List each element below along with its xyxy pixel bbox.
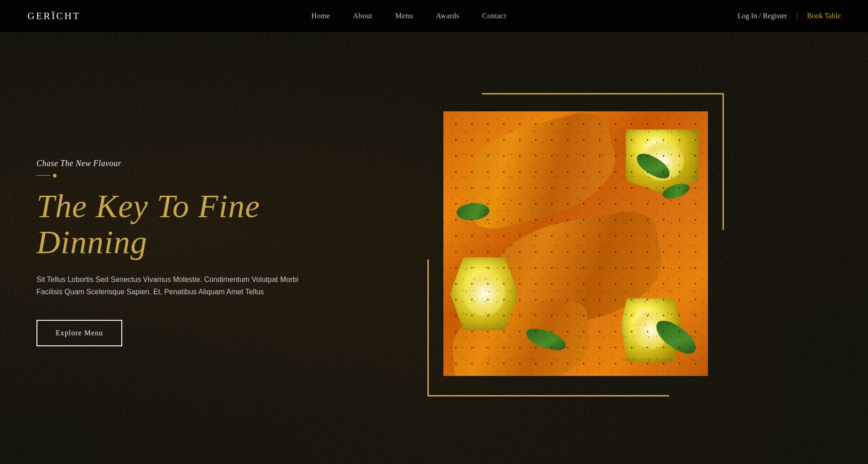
food-image-wrapper <box>439 102 712 385</box>
hero-right <box>356 32 832 464</box>
login-register-link[interactable]: Log In / Register <box>738 12 787 20</box>
nav-divider: | <box>796 11 798 21</box>
hero-section: Chase The New Flavour The Key To Fine Di… <box>0 32 868 464</box>
hero-description: Sit Tellus Lobortis Sed Senectus Vivamus… <box>36 273 310 298</box>
nav-home[interactable]: Home <box>312 12 330 20</box>
nav-about[interactable]: About <box>353 12 373 20</box>
food-image <box>443 111 708 376</box>
hero-left: Chase The New Flavour The Key To Fine Di… <box>36 150 356 347</box>
hero-divider <box>36 174 356 177</box>
food-visual <box>443 111 708 376</box>
hero-subtitle: Chase The New Flavour <box>36 159 356 168</box>
nav-awards[interactable]: Awards <box>436 12 459 20</box>
nav-contact[interactable]: Contact <box>482 12 506 20</box>
brand-logo[interactable]: GERÏCHT <box>27 10 80 22</box>
explore-menu-button[interactable]: Explore Menu <box>36 320 122 346</box>
book-table-button[interactable]: Book Table <box>807 12 841 20</box>
nav-links: Home About Menu Awards Contact <box>312 12 507 20</box>
nav-right: Log In / Register | Book Table <box>738 11 841 21</box>
navbar: GERÏCHT Home About Menu Awards Contact L… <box>0 0 868 32</box>
pepper-overlay <box>443 111 708 376</box>
hero-title: The Key To Fine Dinning <box>36 188 356 261</box>
nav-menu[interactable]: Menu <box>395 12 413 20</box>
